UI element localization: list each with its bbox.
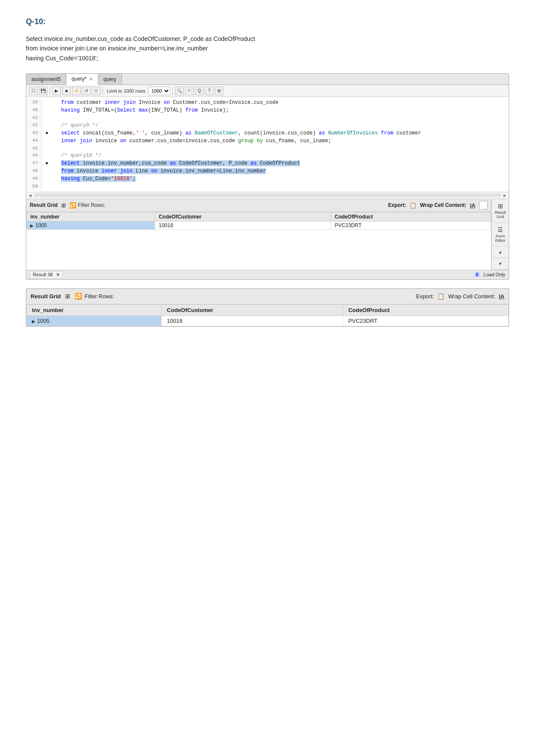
big-col-inv-number: inv_number: [27, 304, 162, 316]
tab-assignment5[interactable]: assignment5: [26, 74, 66, 84]
grid-icon: ⊞: [61, 202, 66, 209]
limit-label: Limit to 1000 rows: [107, 88, 145, 94]
toolbar-sep-1: [50, 87, 50, 95]
export-icon[interactable]: 📋: [410, 202, 416, 209]
wrap-label: Wrap Cell Content:: [420, 202, 466, 208]
result-table-header: inv_number CodeOfCustomer CodeOfProduct: [27, 212, 491, 221]
question-title: Q-10:: [26, 17, 509, 26]
cell-codeofcustomer: 10018: [155, 221, 331, 229]
tab-assignment5-label: assignment5: [31, 76, 61, 82]
tab-query2-label: query: [103, 76, 116, 82]
toolbar-sep-3: [172, 87, 173, 95]
tab-query-active[interactable]: query* ✕: [66, 74, 98, 85]
big-table-row: ▶1005 10018 PVC23DRT: [27, 316, 509, 326]
big-cell-codeofcustomer: 10018: [162, 316, 343, 326]
filter-rows-btn[interactable]: 🔁 Filter Rows:: [69, 202, 105, 209]
new-file-btn[interactable]: ☐: [29, 87, 38, 95]
big-result-grid-label: Result Grid: [31, 293, 61, 300]
code-line-39: 39 from customer inner join Invoice on C…: [26, 99, 509, 106]
filter-icon: 🔁: [69, 202, 76, 209]
result-area: Result Grid ⊞ 🔁 Filter Rows: Export: 📋 W…: [26, 199, 509, 270]
save-btn[interactable]: 💾: [39, 87, 47, 95]
code-line-43: 43 ● select concat(cus_fname,' ', cus_ln…: [26, 129, 509, 137]
col-inv-number: inv_number: [27, 212, 155, 221]
result-grid-label: Result Grid: [30, 202, 58, 208]
code-line-46: 46 /* query10 */: [26, 152, 509, 159]
big-export-icon[interactable]: 📋: [437, 293, 444, 300]
big-result-table: inv_number CodeOfCustomer CodeOfProduct …: [26, 304, 509, 326]
form-editor-side-label: FormEditor: [495, 234, 506, 243]
big-grid-icon: ⊞: [65, 293, 70, 300]
result-status-text: Result 38: [33, 272, 53, 277]
table-row: ▶1005 10018 PVC23DRT: [27, 221, 491, 229]
big-filter-rows-label: Filter Rows:: [84, 293, 114, 300]
form-editor-side-icon: ☰: [497, 226, 503, 233]
status-num: 0: [474, 272, 480, 277]
big-col-codeofcustomer: CodeOfCustomer: [162, 304, 343, 316]
code-line-40: 40 having INV_TOTAL=(Select max(INV_TOTA…: [26, 106, 509, 114]
big-export-area: Export: 📋 Wrap Cell Content: IA: [416, 293, 504, 300]
up-arrow-icon: ▲: [498, 250, 502, 254]
big-ia-icon: IA: [499, 293, 504, 300]
sql-tabs: assignment5 query* ✕ query: [26, 74, 509, 85]
tab-query-label: query*: [72, 76, 87, 82]
help-btn[interactable]: ?: [205, 87, 213, 95]
code-line-50: 50: [26, 183, 509, 190]
big-cell-inv-number: ▶1005: [27, 316, 162, 326]
big-col-codeofproduct: CodeOfProduct: [343, 304, 508, 316]
sql-code-area[interactable]: 39 from customer inner join Invoice on C…: [26, 97, 509, 192]
wrap-ia-icon: IA: [470, 202, 476, 209]
question-text: Select invoice.inv_number,cus_code as Co…: [26, 34, 509, 63]
result-main: Result Grid ⊞ 🔁 Filter Rows: Export: 📋 W…: [26, 199, 491, 270]
format-btn[interactable]: Q: [195, 87, 203, 95]
form-editor-side-btn[interactable]: ☰ FormEditor: [492, 223, 509, 247]
sql-toolbar: ☐ 💾 ▶ ■ ⚡ ↺ ▽ Limit to 1000 rows 1000 50…: [26, 85, 509, 97]
code-line-47: 47 ● Select invoice.inv_number,cus_code …: [26, 159, 509, 167]
filter-btn[interactable]: ▽: [92, 87, 100, 95]
down-arrow-btn[interactable]: ▼: [492, 258, 509, 270]
close-tab-icon[interactable]: ✕: [89, 77, 93, 81]
run-btn[interactable]: ▶: [52, 87, 61, 95]
toolbar-sep-2: [103, 87, 103, 95]
find-btn[interactable]: ⚐: [185, 87, 194, 95]
code-line-45: 45: [26, 145, 509, 152]
up-arrow-btn[interactable]: ▲: [492, 247, 509, 258]
result-tab-tag[interactable]: Result 38 ✕: [30, 271, 63, 278]
empty-box-icon[interactable]: [479, 201, 488, 209]
result-grid-side-label: ResultGrid: [495, 210, 506, 219]
down-arrow-icon: ▼: [498, 262, 502, 266]
big-export-label: Export:: [416, 293, 434, 300]
result-table: inv_number CodeOfCustomer CodeOfProduct …: [26, 212, 491, 230]
code-line-41: 41: [26, 114, 509, 122]
code-line-42: 42 /* query9 */: [26, 122, 509, 129]
result-grid-side-btn[interactable]: ⊞ ResultGrid: [492, 199, 509, 223]
search-btn[interactable]: 🔍: [175, 87, 184, 95]
extra-btn[interactable]: ⊞: [215, 87, 223, 95]
result-status-bar: Result 38 ✕ 0 Load Only: [26, 270, 509, 279]
export-label: Export:: [388, 202, 406, 208]
refresh-btn[interactable]: ↺: [82, 87, 91, 95]
result-toolbar: Result Grid ⊞ 🔁 Filter Rows: Export: 📋 W…: [26, 199, 491, 212]
col-codeofcustomer: CodeOfCustomer: [155, 212, 331, 221]
page-container: Q-10: Select invoice.inv_number,cus_code…: [0, 0, 535, 344]
big-row-arrow-icon: ▶: [32, 319, 35, 324]
scroll-left-icon[interactable]: ◄: [28, 193, 32, 198]
big-result-section: Result Grid ⊞ 🔁 Filter Rows: Export: 📋 W…: [26, 288, 509, 327]
big-filter-icon: 🔁: [75, 293, 82, 300]
scroll-right-icon[interactable]: ►: [503, 193, 507, 198]
big-result-toolbar: Result Grid ⊞ 🔁 Filter Rows: Export: 📋 W…: [26, 289, 509, 304]
cell-inv-number: ▶1005: [27, 221, 155, 229]
big-filter-rows-btn[interactable]: 🔁 Filter Rows:: [75, 293, 114, 300]
cell-codeofproduct: PVC23DRT: [331, 221, 491, 229]
load-only-label: Load Only: [484, 272, 505, 277]
big-table-header: inv_number CodeOfCustomer CodeOfProduct: [27, 304, 509, 316]
col-codeofproduct: CodeOfProduct: [331, 212, 491, 221]
explain-btn[interactable]: ⚡: [72, 87, 81, 95]
sql-editor-window: assignment5 query* ✕ query ☐ 💾 ▶ ■ ⚡ ↺ ▽…: [26, 73, 509, 280]
limit-select[interactable]: 1000 500 200: [148, 87, 170, 95]
filter-rows-label: Filter Rows:: [78, 202, 105, 208]
tab-query2[interactable]: query: [98, 74, 122, 84]
scroll-hint: ◄ ►: [26, 192, 509, 199]
stop-btn[interactable]: ■: [62, 87, 71, 95]
big-wrap-label: Wrap Cell Content:: [448, 293, 495, 300]
